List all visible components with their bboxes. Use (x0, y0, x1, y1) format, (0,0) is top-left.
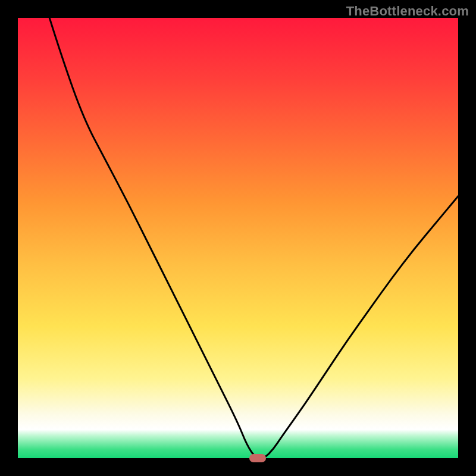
plot-area (18, 18, 458, 458)
watermark-text: TheBottleneck.com (346, 4, 469, 19)
optimum-marker (249, 454, 266, 462)
bottleneck-curve (18, 18, 458, 458)
chart-frame: TheBottleneck.com (0, 0, 476, 476)
